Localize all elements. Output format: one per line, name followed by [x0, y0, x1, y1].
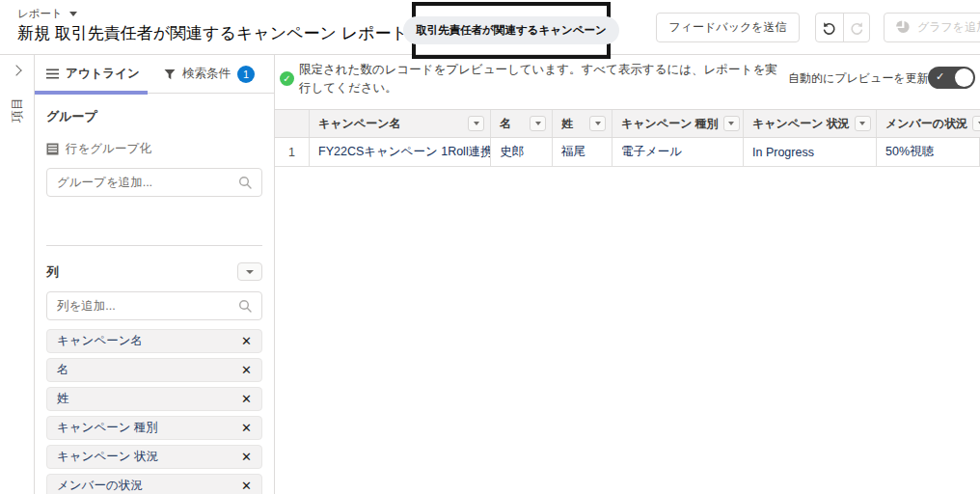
report-type-chip[interactable]: 取引先責任者が関連するキャンペーン — [403, 16, 619, 44]
add-chart-button[interactable]: グラフを追加 — [884, 13, 980, 42]
column-pill-label: 姓 — [57, 391, 69, 407]
page-title: 新規 取引先責任者が関連するキャンペーン レポート — [17, 22, 408, 44]
remove-column-icon[interactable]: ✕ — [241, 393, 252, 405]
column-menu-button[interactable] — [723, 116, 740, 131]
column-pill-label: キャンペーン名 — [57, 333, 143, 349]
add-chart-label: グラフを追加 — [917, 19, 980, 36]
undo-redo-group — [815, 13, 870, 42]
group-rows-line: 行をグループ化 — [46, 141, 262, 157]
preview-info-message: 限定された数のレコードをプレビューしています。すべて表示するには、レポートを実行… — [299, 61, 786, 97]
column-pill[interactable]: キャンペーン 状況 ✕ — [46, 445, 262, 469]
chevron-down-icon — [246, 270, 254, 274]
tab-outline-label: アウトライン — [66, 66, 140, 82]
column-header-label: キャンペーン 状況 — [752, 116, 850, 132]
filter-count-badge: 1 — [237, 66, 255, 83]
outline-list-icon — [46, 69, 59, 79]
remove-column-icon[interactable]: ✕ — [241, 335, 252, 347]
remove-column-icon[interactable]: ✕ — [241, 451, 252, 463]
column-menu-button[interactable] — [530, 116, 546, 131]
column-pill-label: キャンペーン 種別 — [57, 420, 158, 436]
header-bar: レポート 新規 取引先責任者が関連するキャンペーン レポート 取引先責任者が関連… — [0, 0, 980, 55]
auto-update-toggle[interactable]: ✓ — [928, 67, 975, 89]
groups-section: グループ 行をグループ化 列 — [35, 108, 274, 494]
column-menu-button[interactable] — [855, 116, 871, 131]
undo-button[interactable] — [816, 14, 843, 41]
add-group-input[interactable] — [57, 176, 238, 189]
chart-pie-icon — [896, 20, 911, 35]
group-rows-label: 行をグループ化 — [66, 141, 151, 157]
success-check-icon: ✓ — [280, 71, 294, 86]
auto-update-label: 自動的にプレビューを更新 — [788, 70, 929, 87]
chevron-down-icon — [474, 122, 479, 125]
columns-menu-button[interactable] — [237, 262, 262, 281]
toggle-check-icon: ✓ — [936, 70, 944, 83]
column-header-label: キャンペーン 種別 — [621, 116, 719, 132]
column-pill[interactable]: キャンペーン名 ✕ — [46, 329, 262, 353]
sidebar-tabs: アウトライン 検索条件 1 — [35, 55, 274, 94]
column-pill-label: キャンペーン 状況 — [57, 449, 158, 465]
column-header[interactable]: キャンペーン 状況 — [744, 110, 877, 137]
section-divider — [46, 245, 262, 246]
preview-table: キャンペーン名 名 姓 キャンペーン 種別 キャンペーン 状況 — [275, 109, 980, 167]
fields-panel-collapsed: 項目 — [0, 55, 35, 494]
table-cell: 50%視聴 — [877, 138, 980, 166]
remove-column-icon[interactable]: ✕ — [241, 422, 252, 434]
add-column-input[interactable] — [57, 299, 238, 313]
columns-heading: 列 — [46, 263, 59, 281]
title-row: 新規 取引先責任者が関連するキャンペーン レポート — [17, 22, 433, 44]
annotation-highlight-box: 取引先責任者が関連するキャンペーン — [412, 2, 611, 59]
outline-sidebar: アウトライン 検索条件 1 グループ 行をグループ化 — [35, 55, 275, 494]
column-header[interactable]: キャンペーン名 — [310, 110, 491, 137]
report-builder: レポート 新規 取引先責任者が関連するキャンペーン レポート 取引先責任者が関連… — [0, 0, 980, 494]
column-pill-label: 名 — [57, 362, 69, 378]
tab-filters-label: 検索条件 — [182, 66, 231, 82]
column-header-label: 名 — [500, 116, 511, 132]
chevron-down-icon — [595, 122, 601, 125]
groups-heading: グループ — [46, 108, 262, 125]
table-cell: FY22CSキャンペーン 1Roll連携 — [310, 138, 491, 166]
column-pill[interactable]: 名 ✕ — [46, 358, 262, 382]
chevron-down-icon — [728, 122, 734, 125]
redo-button[interactable] — [843, 14, 870, 41]
table-header-row: キャンペーン名 名 姓 キャンペーン 種別 キャンペーン 状況 — [275, 109, 980, 138]
search-icon — [238, 176, 252, 189]
tab-outline[interactable]: アウトライン — [35, 55, 148, 93]
row-number-header — [275, 110, 310, 137]
add-column-searchbox — [46, 291, 262, 320]
fields-panel-label[interactable]: 項目 — [9, 84, 26, 136]
report-type-menu[interactable]: レポート — [17, 7, 77, 21]
tab-filters[interactable]: 検索条件 1 — [148, 55, 255, 93]
column-header[interactable]: 名 — [491, 110, 553, 137]
search-icon — [238, 299, 252, 313]
column-header-label: 姓 — [561, 116, 573, 132]
table-cell: 電子メール — [612, 138, 744, 166]
column-pill-label: メンバーの状況 — [57, 478, 143, 494]
column-header[interactable]: 姓 — [553, 110, 612, 137]
table-row[interactable]: 1 FY22CSキャンペーン 1Roll連携 史郎 福尾 電子メール In Pr… — [275, 138, 980, 167]
column-pill[interactable]: メンバーの状況 ✕ — [46, 474, 262, 494]
report-type-label: レポート — [17, 7, 63, 21]
columns-heading-row: 列 — [46, 262, 262, 281]
row-number-cell: 1 — [275, 138, 310, 166]
preview-pane: ✓ 限定された数のレコードをプレビューしています。すべて表示するには、レポートを… — [275, 55, 980, 494]
column-header[interactable]: キャンペーン 種別 — [612, 110, 744, 137]
remove-column-icon[interactable]: ✕ — [241, 480, 252, 492]
filter-funnel-icon — [164, 69, 176, 80]
chevron-down-icon — [535, 122, 541, 125]
remove-column-icon[interactable]: ✕ — [241, 364, 252, 376]
toggle-knob — [955, 69, 973, 87]
table-cell: 史郎 — [491, 138, 553, 166]
column-menu-button[interactable] — [468, 116, 484, 131]
group-rows-icon — [46, 143, 59, 155]
column-header-label: メンバーの状況 — [885, 116, 967, 132]
column-pill[interactable]: 姓 ✕ — [46, 387, 262, 411]
column-menu-button[interactable] — [589, 116, 606, 131]
column-header[interactable]: メンバーの状況 — [877, 110, 980, 137]
column-pill[interactable]: キャンペーン 種別 ✕ — [46, 416, 262, 440]
chevron-down-icon — [69, 12, 77, 16]
column-menu-button[interactable] — [972, 116, 980, 131]
column-pill-list: キャンペーン名 ✕ 名 ✕ 姓 ✕ キャンペーン 種別 ✕ キャンペーン 状況 — [46, 329, 262, 494]
expand-panel-chevron-icon[interactable] — [11, 65, 21, 75]
feedback-button[interactable]: フィードバックを送信 — [656, 13, 800, 42]
table-cell: In Progress — [744, 138, 877, 166]
